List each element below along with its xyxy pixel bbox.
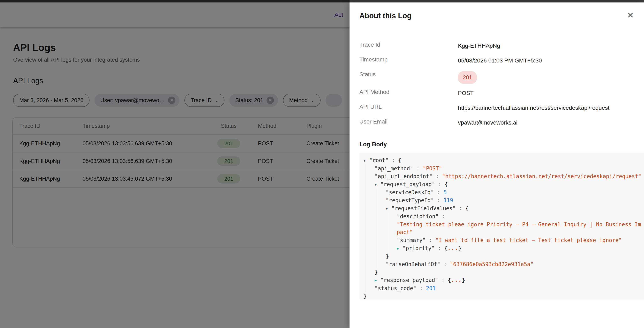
- json-line: ▼"request_payload" : {: [374, 180, 644, 189]
- json-node: ▼"request_payload" : {"serviceDeskId" : …: [374, 180, 644, 276]
- detail-label: Status: [360, 71, 458, 78]
- json-line: "summary" : "I want to file a test ticke…: [397, 236, 644, 244]
- json-colon: :: [435, 245, 444, 251]
- json-children: "serviceDeskId" : 5"requestTypeId" : 119…: [376, 188, 644, 268]
- json-line: "raiseOnBehalfOf" : "637686e0a593cb822e9…: [386, 260, 644, 268]
- json-key: "api_method": [374, 165, 413, 172]
- json-key: "requestTypeId": [386, 197, 434, 203]
- json-node: "requestTypeId" : 119: [386, 196, 644, 204]
- json-close-brace: }: [462, 277, 465, 283]
- json-colon: :: [439, 213, 445, 219]
- json-node: "api_url_endpoint" : "https://bannertech…: [374, 172, 644, 180]
- status-badge: 201: [458, 71, 477, 84]
- json-key: "requestFieldValues": [392, 205, 456, 211]
- json-colon: :: [434, 197, 444, 203]
- json-colon: :: [435, 181, 444, 187]
- json-node: ▼"requestFieldValues" : {"description" :…: [386, 204, 644, 260]
- panel-title: About this Log: [360, 12, 644, 20]
- json-colon: :: [456, 205, 465, 211]
- detail-row: Trace IdKgg-ETHHApNg: [360, 42, 644, 50]
- detail-label: API URL: [360, 104, 458, 110]
- json-collapsed-dots: ...: [451, 277, 462, 283]
- expand-arrow-icon[interactable]: ▼: [386, 205, 392, 213]
- detail-label: Trace Id: [360, 42, 458, 48]
- json-line: "requestTypeId" : 119: [386, 196, 644, 204]
- json-value: 201: [426, 285, 436, 291]
- json-colon: :: [413, 165, 423, 172]
- json-node: "status_code" : 201: [374, 284, 644, 292]
- json-line: "status_code" : 201: [374, 284, 644, 292]
- detail-label: API Method: [360, 89, 458, 95]
- json-node: ▶"response_payload" : {...}: [374, 276, 644, 284]
- json-value: 119: [444, 197, 453, 203]
- detail-row: User Emailvpawar@moveworks.ai: [360, 118, 644, 127]
- json-key: "description": [397, 213, 439, 219]
- json-key: "status_code": [374, 285, 416, 291]
- json-value: "I want to file a test ticket – Test tic…: [435, 237, 622, 243]
- json-colon: :: [440, 261, 450, 267]
- json-colon: :: [426, 237, 435, 243]
- json-colon: :: [416, 285, 426, 291]
- json-value: 5: [444, 189, 447, 195]
- json-open-brace: {: [465, 205, 468, 211]
- json-line: ▼"root" : {: [364, 156, 644, 165]
- json-key: "priority": [402, 245, 435, 251]
- json-value: "POST": [423, 165, 442, 172]
- expand-arrow-icon[interactable]: ▼: [364, 157, 369, 165]
- expand-arrow-icon[interactable]: ▼: [374, 181, 380, 189]
- collapsed-arrow-icon[interactable]: ▶: [374, 276, 380, 284]
- json-key: "raiseOnBehalfOf": [386, 261, 440, 267]
- json-children: "api_method" : "POST""api_url_endpoint" …: [366, 165, 644, 292]
- json-key: "api_url_endpoint": [374, 173, 432, 179]
- json-line: "api_method" : "POST": [374, 165, 644, 173]
- json-line: }: [374, 268, 644, 276]
- json-key: "summary": [397, 237, 426, 243]
- json-colon: :: [434, 189, 444, 195]
- drawer-backdrop[interactable]: [0, 0, 350, 328]
- json-colon: :: [388, 157, 398, 163]
- json-node: "description" : "Testing ticket pleae ig…: [397, 212, 644, 236]
- json-node: ▶"priority" : {...}: [397, 244, 644, 253]
- detail-row: API URLhttps://bannertech.atlassian.net/…: [360, 104, 644, 112]
- log-body-json-viewer[interactable]: ▼"root" : {"api_method" : "POST""api_url…: [360, 153, 644, 299]
- collapsed-arrow-icon[interactable]: ▶: [397, 245, 402, 253]
- json-line: "description" : "Testing ticket pleae ig…: [397, 212, 644, 236]
- json-line: "api_url_endpoint" : "https://bannertech…: [374, 172, 644, 180]
- detail-value: https://bannertech.atlassian.net/rest/se…: [458, 104, 610, 112]
- json-close-brace: }: [458, 245, 462, 251]
- json-open-brace: {: [444, 181, 448, 187]
- log-body-label: Log Body: [360, 141, 644, 148]
- json-line: ▶"response_payload" : {...}: [374, 276, 644, 284]
- json-close-brace: }: [364, 293, 367, 299]
- json-node: "raiseOnBehalfOf" : "637686e0a593cb822e9…: [386, 260, 644, 268]
- log-detail-fields: Trace IdKgg-ETHHApNgTimestamp05/03/2026 …: [360, 42, 644, 127]
- json-key: "root": [369, 157, 388, 163]
- json-colon: :: [432, 173, 442, 179]
- detail-row: Status201: [360, 71, 644, 84]
- json-value: "Testing ticket pleae igore Priority – P…: [397, 220, 644, 236]
- json-open-brace: {: [444, 245, 448, 251]
- detail-value: Kgg-ETHHApNg: [458, 42, 500, 50]
- detail-value: POST: [458, 89, 474, 97]
- json-value: "https://bannertech.atlassian.net/rest/s…: [442, 173, 642, 179]
- json-node: "summary" : "I want to file a test ticke…: [397, 236, 644, 244]
- detail-value: vpawar@moveworks.ai: [458, 118, 518, 127]
- detail-row: API MethodPOST: [360, 89, 644, 97]
- json-line: }: [386, 252, 644, 260]
- json-node: "api_method" : "POST": [374, 165, 644, 173]
- json-close-brace: }: [374, 269, 378, 275]
- detail-value: 05/03/2026 01:03 PM GMT+5:30: [458, 56, 542, 65]
- close-panel-button[interactable]: ✕: [625, 10, 636, 21]
- about-log-panel: About this Log ✕ Trace IdKgg-ETHHApNgTim…: [350, 3, 644, 328]
- json-key: "response_payload": [380, 277, 438, 283]
- json-node: "serviceDeskId" : 5: [386, 188, 644, 196]
- json-open-brace: {: [448, 277, 451, 283]
- detail-label: Timestamp: [360, 56, 458, 63]
- detail-row: Timestamp05/03/2026 01:03 PM GMT+5:30: [360, 56, 644, 65]
- json-node: ▼"root" : {"api_method" : "POST""api_url…: [364, 156, 644, 299]
- json-value: "637686e0a593cb822e931a5a": [450, 261, 534, 267]
- json-line: "serviceDeskId" : 5: [386, 188, 644, 196]
- json-close-brace: }: [386, 253, 389, 259]
- json-colon: :: [438, 277, 448, 283]
- json-key: "serviceDeskId": [386, 189, 434, 195]
